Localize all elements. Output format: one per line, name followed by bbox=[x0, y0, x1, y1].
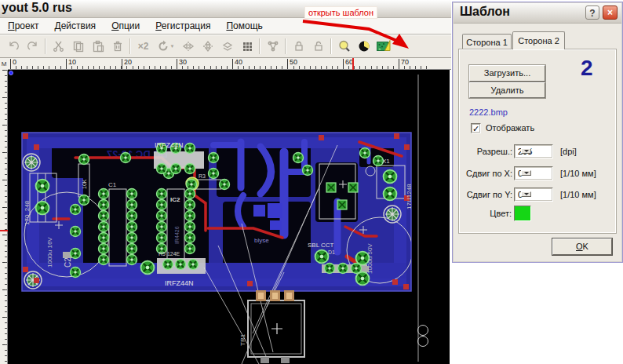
svg-text:TR1: TR1 bbox=[239, 333, 246, 346]
shift-y-input[interactable]: 0 bbox=[514, 187, 553, 202]
toolbar-separator bbox=[330, 38, 332, 54]
ruler-cursor-marker-y bbox=[0, 230, 8, 231]
spin-down-icon[interactable] bbox=[521, 148, 531, 154]
ruler-tick: 0 bbox=[10, 58, 16, 66]
menu-actions[interactable]: Действия bbox=[47, 18, 104, 34]
zoom-icon bbox=[337, 39, 352, 53]
paste-button[interactable] bbox=[88, 37, 107, 56]
lock-icon bbox=[293, 40, 305, 53]
delete-button[interactable]: Удалить bbox=[469, 82, 545, 98]
show-checkbox[interactable]: ✓ bbox=[471, 123, 481, 133]
lock-button[interactable] bbox=[289, 37, 308, 56]
duplicate-button[interactable]: ×2 bbox=[133, 37, 153, 56]
redo-button[interactable] bbox=[23, 37, 42, 56]
flip-vertical-button[interactable] bbox=[198, 37, 217, 56]
cut-button[interactable] bbox=[49, 37, 68, 56]
show-checkbox-label: Отображать bbox=[486, 123, 534, 133]
svg-text:IC2: IC2 bbox=[170, 196, 180, 203]
align-button[interactable] bbox=[217, 37, 237, 56]
menu-options[interactable]: Опции bbox=[104, 18, 148, 34]
svg-text:D1: D1 bbox=[328, 249, 335, 255]
pcb-drawing: DC DC 12-27 bbox=[8, 70, 450, 364]
resolution-unit: [dpi] bbox=[560, 147, 577, 156]
vertical-ruler bbox=[0, 70, 8, 364]
zoom-button[interactable] bbox=[334, 37, 354, 56]
ruler-tick: 70 bbox=[399, 58, 409, 66]
nodes-icon bbox=[267, 40, 279, 53]
shift-x-label: Сдвиг по X: bbox=[456, 169, 512, 178]
copy-button[interactable] bbox=[68, 37, 88, 56]
duplicate-icon: ×2 bbox=[138, 41, 149, 52]
origin-marker bbox=[9, 71, 13, 75]
unlock-icon bbox=[312, 40, 325, 53]
unlock-button[interactable] bbox=[308, 37, 328, 56]
load-button[interactable]: Загрузить... bbox=[469, 65, 545, 82]
template-button[interactable] bbox=[373, 37, 393, 56]
photo-view-icon bbox=[357, 39, 371, 53]
paste-icon bbox=[92, 40, 104, 53]
spin-down-icon[interactable] bbox=[521, 191, 531, 197]
toolbar-separator bbox=[259, 38, 260, 54]
dropdown-arrow-icon: ▼ bbox=[170, 44, 175, 49]
template-filename: 2222.bmp bbox=[469, 107, 508, 117]
svg-text:IRFZ44N: IRFZ44N bbox=[155, 141, 184, 149]
menu-project[interactable]: Проект bbox=[0, 18, 47, 34]
toolbar-separator bbox=[45, 38, 46, 54]
rotate-button[interactable]: ▼ bbox=[153, 37, 178, 56]
color-swatch[interactable] bbox=[514, 206, 531, 221]
menu-registration[interactable]: Регистрация bbox=[148, 18, 218, 34]
undo-button[interactable] bbox=[3, 37, 23, 56]
flip-horizontal-icon bbox=[182, 40, 195, 53]
svg-text:R5 124E: R5 124E bbox=[158, 251, 180, 257]
tr1-component: TR1 bbox=[239, 290, 304, 363]
pcb-canvas[interactable]: DC DC 12-27 bbox=[8, 70, 450, 364]
app-title: yout 5.0 rus bbox=[2, 1, 72, 15]
ok-button[interactable]: OK bbox=[552, 238, 612, 255]
grid-button[interactable] bbox=[237, 37, 257, 56]
svg-text:blyse: blyse bbox=[254, 237, 269, 244]
ruler-tick: 50 bbox=[287, 58, 297, 66]
shift-y-label: Сдвиг по Y: bbox=[456, 190, 512, 199]
connection-test-button[interactable] bbox=[263, 37, 282, 56]
help-button[interactable]: ? bbox=[585, 5, 599, 20]
delete-button[interactable] bbox=[107, 37, 127, 56]
tab-side-1[interactable]: Сторона 1 bbox=[462, 34, 512, 49]
screenshot-root: yout 5.0 rus Проект Действия Опции Регис… bbox=[0, 0, 623, 364]
flip-vertical-icon bbox=[202, 40, 214, 53]
ruler-tick: 20 bbox=[122, 58, 132, 66]
ruler-tick: 30 bbox=[177, 58, 187, 66]
resolution-label: Разреш.: bbox=[456, 147, 512, 156]
svg-text:170_248: 170_248 bbox=[24, 200, 31, 225]
horizontal-ruler: 0 10 20 30 40 50 60 70 bbox=[8, 58, 451, 70]
svg-text:X1: X1 bbox=[382, 158, 390, 165]
ruler-corner: M bbox=[0, 58, 8, 71]
hole-outline bbox=[418, 337, 428, 347]
shift-y-unit: [1/10 мм] bbox=[560, 190, 596, 199]
template-icon bbox=[376, 39, 392, 53]
spin-down-icon[interactable] bbox=[521, 170, 531, 176]
hole-outline bbox=[418, 326, 428, 336]
close-button[interactable]: × bbox=[603, 5, 618, 20]
ruler-tick: 40 bbox=[232, 58, 242, 66]
svg-text:10K: 10K bbox=[82, 179, 87, 189]
cut-icon bbox=[53, 40, 65, 53]
photo-view-button[interactable] bbox=[354, 37, 373, 56]
dialog-title-bar: Шаблон ? × bbox=[454, 3, 621, 24]
tab-side-2[interactable]: Сторона 2 bbox=[512, 31, 565, 49]
svg-text:1000u 50V: 1000u 50V bbox=[366, 243, 373, 274]
grid-icon bbox=[241, 40, 253, 53]
redo-icon bbox=[27, 40, 39, 53]
copy-icon bbox=[72, 40, 85, 53]
menu-bar: Проект Действия Опции Регистрация Помощь bbox=[0, 18, 451, 35]
toolbar: ×2 ▼ bbox=[0, 35, 451, 58]
svg-text:R3: R3 bbox=[199, 173, 206, 179]
shift-x-input[interactable]: 0 bbox=[514, 166, 553, 180]
undo-icon bbox=[7, 40, 20, 53]
svg-text:IR4426: IR4426 bbox=[174, 226, 180, 244]
side-indicator: 2 bbox=[581, 56, 593, 81]
flip-horizontal-button[interactable] bbox=[178, 37, 198, 56]
menu-help[interactable]: Помощь bbox=[218, 18, 270, 34]
svg-text:C1: C1 bbox=[108, 181, 117, 188]
dialog-title: Шаблон bbox=[460, 5, 510, 19]
resolution-input[interactable]: 205 bbox=[514, 144, 553, 158]
